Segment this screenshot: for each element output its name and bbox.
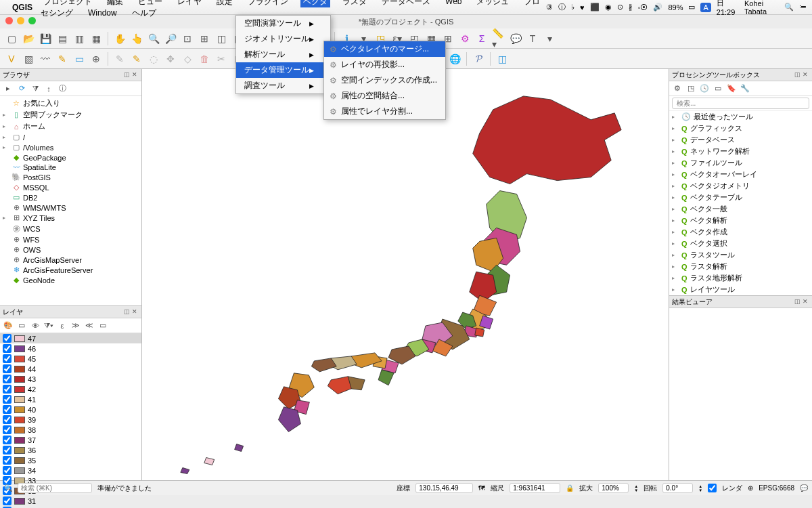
browser-item[interactable]: ⊕WFS [0, 234, 141, 245]
layer-row[interactable]: 35 [0, 455, 141, 465]
browser-item[interactable]: ⊕WMS/WMTS [0, 203, 141, 213]
menu-ラスタ[interactable]: ラスタ [340, 0, 369, 7]
menu-プラグイン[interactable]: プラグイン [245, 0, 291, 7]
addm-icon[interactable]: 〰 [38, 51, 53, 66]
close-icon[interactable]: ✕ [801, 71, 809, 79]
browser-item[interactable]: ▸⊞XYZ Tiles [0, 213, 141, 223]
browser-item[interactable]: 〰SpatiaLite [0, 163, 141, 172]
layer-visible-checkbox[interactable] [3, 415, 12, 424]
proc-item[interactable]: ▸Qベクタジオメトリ [669, 180, 812, 192]
user-name[interactable]: Kohei Tabata [744, 0, 779, 16]
layer-visible-checkbox[interactable] [3, 375, 12, 383]
filter2-icon[interactable]: ⧩▾ [43, 320, 54, 331]
expand-icon[interactable]: ≫ [70, 320, 81, 331]
crs-icon[interactable]: ⊕ [748, 484, 753, 492]
browser-item[interactable]: ◆GeoPackage [0, 152, 141, 163]
volume-icon[interactable]: 🔊 [653, 3, 662, 12]
dd-item[interactable]: データ管理ツール▶ [236, 62, 330, 78]
layer-row[interactable]: 41 [0, 394, 141, 404]
addspa-icon[interactable]: ✎ [55, 51, 70, 66]
menu-ベクタ[interactable]: ベクタ [300, 0, 330, 7]
layer-list[interactable]: 47464544434241403938373635343332313029 [0, 333, 141, 508]
close-icon[interactable]: ✕ [131, 308, 139, 316]
layer-visible-checkbox[interactable] [3, 364, 12, 373]
layer-row[interactable]: 44 [0, 364, 141, 374]
rot-input[interactable] [662, 483, 693, 493]
nodef-icon[interactable]: ◇ [180, 51, 195, 66]
collapse-icon[interactable]: ≪ [84, 320, 95, 331]
menu-データベース[interactable]: データベース [379, 0, 433, 7]
clock[interactable]: 日 21:29 [717, 0, 739, 16]
save-icon[interactable]: 💾 [38, 31, 53, 46]
menu-Window[interactable]: Window [85, 7, 120, 19]
coord-input[interactable] [415, 483, 473, 493]
layer-visible-checkbox[interactable] [3, 456, 12, 465]
data-mgmt-submenu[interactable]: ⚙ベクタレイヤのマージ...⚙レイヤの再投影...⚙空間インデックスの作成...… [323, 41, 446, 120]
battery-icon[interactable]: ▭ [688, 3, 695, 12]
mgviews-icon[interactable]: 👁 [30, 320, 41, 331]
render-checkbox[interactable] [708, 484, 717, 492]
processing-search[interactable] [672, 98, 809, 109]
layer-row[interactable]: 36 [0, 445, 141, 455]
layer-row[interactable]: 37 [0, 435, 141, 445]
add-icon[interactable]: ▸ [3, 83, 14, 94]
layer-visible-checkbox[interactable] [3, 354, 12, 363]
undock-icon[interactable]: ◫ [793, 71, 801, 79]
proc-item[interactable]: ▸🕓最近使ったツール [669, 111, 812, 123]
bluetooth-icon[interactable]: ∦ [629, 3, 633, 12]
browser-item[interactable]: ◆GeoNode [0, 275, 141, 285]
zoom-native-icon[interactable]: ⊡ [180, 31, 195, 46]
proc-item[interactable]: ▸Qラスタツール [669, 249, 812, 261]
processing-icon[interactable]: ⚙ [457, 31, 472, 46]
app-name[interactable]: QGIS [12, 3, 32, 12]
annotate-icon[interactable]: T [525, 31, 540, 46]
browser-tree[interactable]: ☆お気に入り▸▯空間ブックマーク▸⌂ホーム▸▢/▸▢/Volumes◆GeoPa… [0, 96, 141, 305]
collapse-icon[interactable]: ↕ [43, 83, 54, 94]
addv-icon[interactable]: V [4, 51, 19, 66]
layer-row[interactable]: 38 [0, 425, 141, 435]
addgrp-icon[interactable]: ▭ [16, 320, 27, 331]
menu-レイヤ[interactable]: レイヤ [175, 0, 204, 7]
filter-icon[interactable]: ⧩ [30, 83, 41, 94]
browser-item[interactable]: ▸⌂ホーム [0, 121, 141, 132]
hist-icon[interactable]: 🕓 [699, 83, 710, 94]
proc-item[interactable]: ▸Qベクタオーバーレイ [669, 169, 812, 180]
locator-input[interactable] [18, 483, 92, 493]
undock-icon[interactable]: ◫ [793, 298, 801, 306]
run-icon[interactable]: ⚙ [672, 83, 683, 94]
layer-visible-checkbox[interactable] [3, 395, 12, 404]
layer-row[interactable]: 42 [0, 384, 141, 394]
edit-icon[interactable]: ✎ [112, 51, 127, 66]
browser-item[interactable]: ⊕OWS [0, 245, 141, 255]
new-icon[interactable]: ▢ [4, 31, 19, 46]
delf-icon[interactable]: 🗑 [197, 51, 212, 66]
menu-設定[interactable]: 設定 [214, 0, 235, 7]
layer-row[interactable]: 34 [0, 465, 141, 475]
style-icon[interactable]: 🎨 [3, 320, 14, 331]
proc-item[interactable]: ▸Qファイルツール [669, 157, 812, 169]
processing-tree[interactable]: ▸🕓最近使ったツール▸Qグラフィックス▸Qデータベース▸Qネットワーク解析▸Qフ… [669, 111, 812, 295]
layout-mgr-icon[interactable]: ▦ [89, 31, 104, 46]
menu-編集[interactable]: 編集 [104, 0, 126, 7]
cutf-icon[interactable]: ✂ [214, 51, 229, 66]
proc-item[interactable]: ▸Qベクタ一般 [669, 203, 812, 215]
sm-item[interactable]: ⚙ベクタレイヤのマージ... [324, 41, 445, 57]
crs-text[interactable]: EPSG:6668 [759, 484, 794, 492]
browser-item[interactable]: ▸▢/Volumes [0, 142, 141, 152]
addwms-icon[interactable]: ⊕ [89, 51, 104, 66]
dd-item[interactable]: 解析ツール▶ [236, 47, 330, 62]
layer-visible-checkbox[interactable] [3, 425, 12, 434]
zoomin-icon[interactable]: 🔍 [146, 31, 161, 46]
saveas-icon[interactable]: ▤ [55, 31, 70, 46]
browser-item[interactable]: ◇MSSQL [0, 182, 141, 192]
dd-item[interactable]: 空間演算ツール▶ [236, 16, 330, 31]
ime-badge[interactable]: A [700, 3, 710, 12]
layer-visible-checkbox[interactable] [3, 466, 12, 475]
savee-icon[interactable]: ✎ [129, 51, 144, 66]
menu-Web[interactable]: Web [443, 0, 464, 7]
layer-row[interactable]: 31 [0, 496, 141, 506]
layer-visible-checkbox[interactable] [3, 436, 12, 444]
sm-item[interactable]: ⚙空間インデックスの作成... [324, 72, 445, 88]
sm-item[interactable]: ⚙属性の空間結合... [324, 88, 445, 104]
lock-icon[interactable]: 🔒 [566, 484, 574, 492]
